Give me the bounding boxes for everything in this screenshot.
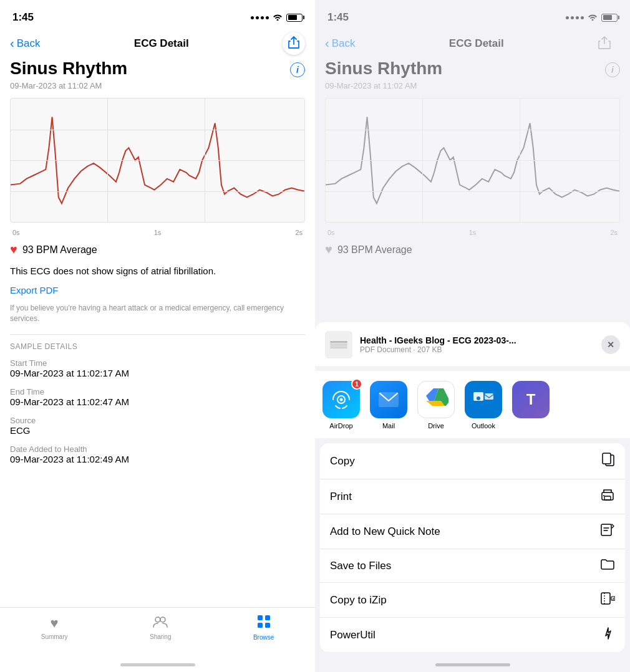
action-quick-note[interactable]: Add to New Quick Note [320, 514, 625, 549]
airdrop-icon-wrap: 1 [322, 381, 360, 418]
left-value-start-time: 09-Mar-2023 at 11:02:17 AM [10, 368, 305, 378]
tab-summary[interactable]: ♥ Summary [41, 615, 68, 640]
drive-icon-bg [417, 381, 455, 418]
left-heading: Sinus Rhythm [10, 59, 127, 79]
svg-rect-14 [604, 496, 611, 500]
right-status-bar: 1:45 [315, 0, 630, 31]
left-bpm-row: ♥ 93 BPM Average [10, 242, 305, 257]
right-status-time: 1:45 [327, 11, 349, 24]
svg-rect-3 [265, 615, 270, 620]
share-app-airdrop[interactable]: 1 AirDrop [322, 381, 360, 430]
share-apps-row: 1 AirDrop Mail [315, 371, 630, 438]
right-signal-dot-1 [566, 16, 569, 19]
left-divider [10, 334, 305, 335]
more-icon-label: T [526, 391, 536, 408]
right-home-indicator [315, 657, 630, 672]
right-title-row: Sinus Rhythm i [325, 59, 620, 81]
drive-label: Drive [428, 422, 444, 430]
more-icon-bg: T [512, 381, 550, 418]
right-panel: 1:45 [315, 0, 630, 672]
left-back-button[interactable]: ‹ Back [10, 37, 40, 50]
left-wifi-icon [273, 12, 283, 22]
action-save-files[interactable]: Save to Files [320, 549, 625, 583]
right-info-icon: i [605, 62, 620, 77]
share-sheet: Health - IGeeks Blog - ECG 2023-03-... P… [315, 322, 630, 672]
right-signal-dot-3 [576, 16, 579, 19]
share-app-outlook[interactable]: Outlook [465, 381, 502, 430]
right-date: 09-Mar-2023 at 11:02 AM [325, 81, 620, 90]
svg-point-7 [340, 398, 343, 401]
action-print-label: Print [330, 491, 352, 503]
left-heart-icon: ♥ [10, 242, 17, 257]
outlook-icon-wrap [465, 381, 502, 418]
action-powerutil[interactable]: PowerUtil [320, 618, 625, 652]
right-heading: Sinus Rhythm [325, 59, 442, 79]
left-chart-label-2: 2s [295, 229, 303, 236]
share-file-thumbnail [325, 331, 352, 358]
right-chart-labels: 0s 1s 2s [325, 229, 620, 236]
right-back-label: Back [332, 37, 356, 50]
right-heart-icon: ♥ [325, 242, 332, 257]
left-battery-fill [288, 15, 298, 20]
action-copy-izip-label: Copy to iZip [330, 594, 387, 607]
copy-icon [601, 452, 615, 470]
left-info-icon[interactable]: i [290, 62, 305, 77]
signal-dot-3 [261, 16, 264, 19]
save-files-icon [600, 558, 615, 574]
tab-browse[interactable]: Browse [253, 615, 274, 641]
left-description: This ECG does not show signs of atrial f… [10, 264, 305, 277]
left-label-date-added: Date Added to Health [10, 444, 305, 454]
tab-sharing[interactable]: Sharing [150, 615, 171, 640]
right-battery-icon [601, 14, 618, 22]
right-chart-label-0: 0s [327, 229, 335, 236]
share-file-meta: PDF Document · 207 KB [360, 345, 594, 354]
left-title-row: Sinus Rhythm i [10, 59, 305, 81]
mail-icon-wrap [370, 381, 407, 418]
print-icon [600, 488, 615, 505]
mail-label: Mail [382, 422, 395, 430]
outlook-icon-bg [465, 381, 502, 418]
share-app-mail[interactable]: Mail [370, 381, 407, 430]
left-value-date-added: 09-Mar-2023 at 11:02:49 AM [10, 454, 305, 464]
drive-icon-wrap [417, 381, 455, 418]
tab-browse-label: Browse [253, 634, 274, 641]
action-print[interactable]: Print [320, 479, 625, 514]
left-detail-start-time: Start Time 09-Mar-2023 at 11:02:17 AM [10, 358, 305, 378]
share-app-more[interactable]: T [512, 381, 550, 430]
left-export-link[interactable]: Export PDF [10, 285, 305, 295]
right-nav-title: ECG Detail [449, 37, 504, 50]
share-action-list: Copy Print [320, 443, 625, 652]
share-app-drive[interactable]: Drive [417, 381, 455, 430]
left-signal-dots [251, 16, 269, 19]
action-save-files-label: Save to Files [330, 560, 391, 572]
left-label-end-time: End Time [10, 387, 305, 396]
svg-text:Z: Z [613, 597, 615, 601]
right-share-placeholder [598, 36, 620, 52]
more-icon-wrap: T [512, 381, 550, 418]
left-value-end-time: 09-Mar-2023 at 11:02:47 AM [10, 396, 305, 407]
left-nav-title: ECG Detail [134, 37, 189, 50]
left-content: Sinus Rhythm i 09-Mar-2023 at 11:02 AM 0… [0, 59, 315, 607]
signal-dot-2 [256, 16, 259, 19]
right-ecg-chart [325, 98, 620, 223]
action-copy-label: Copy [330, 455, 355, 468]
airdrop-label: AirDrop [329, 422, 352, 430]
share-header: Health - IGeeks Blog - ECG 2023-03-... P… [315, 322, 630, 366]
right-signal-dots [566, 16, 584, 19]
action-copy-izip[interactable]: Copy to iZip Z [320, 583, 625, 618]
right-content-bg: Sinus Rhythm i 09-Mar-2023 at 11:02 AM 0… [315, 59, 630, 264]
action-copy[interactable]: Copy [320, 443, 625, 479]
share-close-icon: ✕ [607, 340, 614, 350]
left-share-button[interactable] [283, 32, 305, 55]
powerutil-icon [601, 626, 615, 643]
svg-rect-10 [485, 393, 493, 400]
tab-sharing-label: Sharing [150, 633, 171, 640]
svg-rect-5 [265, 623, 270, 628]
share-file-info: Health - IGeeks Blog - ECG 2023-03-... P… [360, 335, 594, 354]
share-close-button[interactable]: ✕ [601, 335, 620, 354]
right-status-right [566, 12, 618, 22]
tab-summary-label: Summary [41, 633, 68, 640]
right-dimmed-content: 1:45 [315, 0, 630, 264]
left-label-start-time: Start Time [10, 358, 305, 368]
left-share-icon [288, 36, 299, 52]
